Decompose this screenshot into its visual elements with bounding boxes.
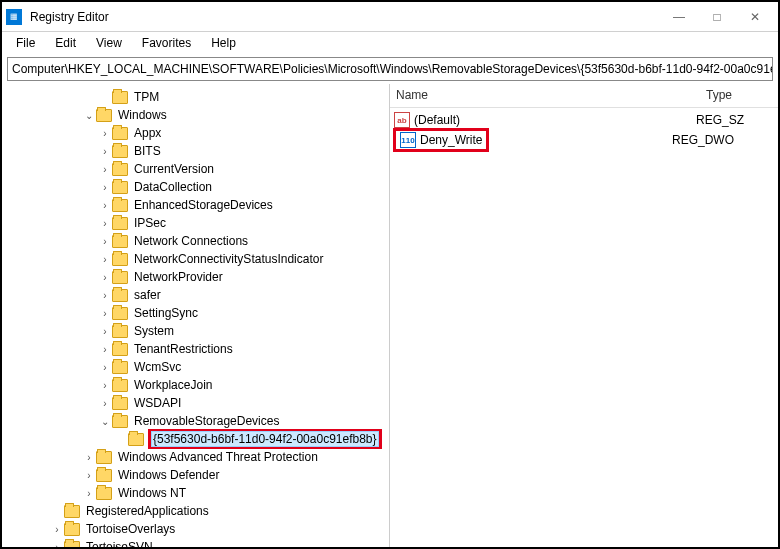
value-row[interactable]: ab(Default)REG_SZ <box>390 110 778 130</box>
expand-icon[interactable]: › <box>82 488 96 499</box>
folder-icon <box>112 253 128 266</box>
menu-file[interactable]: File <box>6 34 45 52</box>
expand-icon[interactable]: › <box>50 542 64 548</box>
folder-icon <box>112 415 128 428</box>
tree-label: Windows <box>116 108 169 122</box>
content-area: TPM⌄Windows›Appx›BITS›CurrentVersion›Dat… <box>2 84 778 547</box>
expand-icon[interactable]: › <box>98 362 112 373</box>
value-type: REG_DWO <box>672 133 778 147</box>
header-type[interactable]: Type <box>700 84 778 107</box>
tree-label: RemovableStorageDevices <box>132 414 281 428</box>
expand-icon[interactable]: › <box>98 200 112 211</box>
expand-icon[interactable]: › <box>82 452 96 463</box>
tree-item-regapps[interactable]: RegisteredApplications <box>2 502 389 520</box>
expand-icon[interactable]: › <box>98 344 112 355</box>
tree-label: Appx <box>132 126 163 140</box>
tree-label: SettingSync <box>132 306 200 320</box>
app-icon: ▦ <box>6 9 22 25</box>
value-type: REG_SZ <box>696 113 778 127</box>
menu-favorites[interactable]: Favorites <box>132 34 201 52</box>
tree-label: Windows Advanced Threat Protection <box>116 450 320 464</box>
value-row[interactable]: 110Deny_WriteREG_DWO <box>390 130 778 150</box>
folder-icon <box>112 379 128 392</box>
folder-icon <box>64 505 80 518</box>
expand-icon[interactable]: › <box>82 470 96 481</box>
tree-label: DataCollection <box>132 180 214 194</box>
expand-icon[interactable]: › <box>98 218 112 229</box>
close-button[interactable]: ✕ <box>736 3 774 31</box>
tree-item-system[interactable]: ›System <box>2 322 389 340</box>
tree-item-defender[interactable]: ›Windows Defender <box>2 466 389 484</box>
folder-icon <box>112 235 128 248</box>
tree-label: BITS <box>132 144 163 158</box>
value-name: Deny_Write <box>420 133 482 147</box>
expand-icon[interactable]: › <box>98 290 112 301</box>
tree-label: RegisteredApplications <box>84 504 211 518</box>
tree-label: IPSec <box>132 216 168 230</box>
tree-pane[interactable]: TPM⌄Windows›Appx›BITS›CurrentVersion›Dat… <box>2 84 390 547</box>
expand-icon[interactable]: › <box>98 182 112 193</box>
tree-item-watp[interactable]: ›Windows Advanced Threat Protection <box>2 448 389 466</box>
tree-item-tortoiseoverlays[interactable]: ›TortoiseOverlays <box>2 520 389 538</box>
folder-icon <box>112 397 128 410</box>
tree-label: NetworkProvider <box>132 270 225 284</box>
expand-icon[interactable]: › <box>98 272 112 283</box>
number-icon: 110 <box>400 132 416 148</box>
header-name[interactable]: Name <box>390 84 700 107</box>
tree-label: Windows Defender <box>116 468 221 482</box>
expand-icon[interactable]: › <box>98 146 112 157</box>
tree-item-windows[interactable]: ⌄Windows <box>2 106 389 124</box>
tree-item-currentversion[interactable]: ›CurrentVersion <box>2 160 389 178</box>
folder-icon <box>96 451 112 464</box>
expand-icon[interactable]: › <box>50 524 64 535</box>
tree-item-networkprovider[interactable]: ›NetworkProvider <box>2 268 389 286</box>
tree-label: WorkplaceJoin <box>132 378 214 392</box>
tree-item-settingsync[interactable]: ›SettingSync <box>2 304 389 322</box>
tree-label: WcmSvc <box>132 360 183 374</box>
tree-item-wsdapi[interactable]: ›WSDAPI <box>2 394 389 412</box>
tree-item-workplacejoin[interactable]: ›WorkplaceJoin <box>2 376 389 394</box>
list-pane[interactable]: Name Type ab(Default)REG_SZ110Deny_Write… <box>390 84 778 547</box>
tree-item-datacollection[interactable]: ›DataCollection <box>2 178 389 196</box>
expand-icon[interactable]: › <box>98 164 112 175</box>
tree-item-bits[interactable]: ›BITS <box>2 142 389 160</box>
tree-item-appx[interactable]: ›Appx <box>2 124 389 142</box>
tree-item-tenantrestrictions[interactable]: ›TenantRestrictions <box>2 340 389 358</box>
expand-icon[interactable]: › <box>98 236 112 247</box>
expand-icon[interactable]: › <box>98 326 112 337</box>
folder-icon <box>112 181 128 194</box>
window-title: Registry Editor <box>30 10 660 24</box>
expand-icon[interactable]: › <box>98 308 112 319</box>
collapse-icon[interactable]: ⌄ <box>82 110 96 121</box>
menu-edit[interactable]: Edit <box>45 34 86 52</box>
address-bar[interactable]: Computer\HKEY_LOCAL_MACHINE\SOFTWARE\Pol… <box>7 57 773 81</box>
expand-icon[interactable]: › <box>98 254 112 265</box>
tree-item-safer[interactable]: ›safer <box>2 286 389 304</box>
highlight-value: 110Deny_Write <box>393 128 489 152</box>
tree-item-winnt[interactable]: ›Windows NT <box>2 484 389 502</box>
tree-item-removablestoragedevices[interactable]: ⌄RemovableStorageDevices <box>2 412 389 430</box>
tree-label: TPM <box>132 90 161 104</box>
tree-item-tpm[interactable]: TPM <box>2 88 389 106</box>
menu-help[interactable]: Help <box>201 34 246 52</box>
tree-item-networkconnectivitystatusindicator[interactable]: ›NetworkConnectivityStatusIndicator <box>2 250 389 268</box>
tree-item-guid[interactable]: {53f5630d-b6bf-11d0-94f2-00a0c91efb8b} <box>2 430 389 448</box>
tree-item-ipsec[interactable]: ›IPSec <box>2 214 389 232</box>
folder-icon <box>112 145 128 158</box>
tree-item-enhancedstoragedevices[interactable]: ›EnhancedStorageDevices <box>2 196 389 214</box>
menu-view[interactable]: View <box>86 34 132 52</box>
expand-icon[interactable]: › <box>98 398 112 409</box>
window-controls: — □ ✕ <box>660 3 774 31</box>
tree-label: System <box>132 324 176 338</box>
expand-icon[interactable]: › <box>98 380 112 391</box>
string-icon: ab <box>394 112 410 128</box>
tree-item-wcmsvc[interactable]: ›WcmSvc <box>2 358 389 376</box>
folder-icon <box>112 325 128 338</box>
maximize-button[interactable]: □ <box>698 3 736 31</box>
tree-item-networkconnections[interactable]: ›Network Connections <box>2 232 389 250</box>
collapse-icon[interactable]: ⌄ <box>98 416 112 427</box>
menu-bar: File Edit View Favorites Help <box>2 32 778 54</box>
minimize-button[interactable]: — <box>660 3 698 31</box>
tree-item-tortoisesvn[interactable]: ›TortoiseSVN <box>2 538 389 547</box>
expand-icon[interactable]: › <box>98 128 112 139</box>
